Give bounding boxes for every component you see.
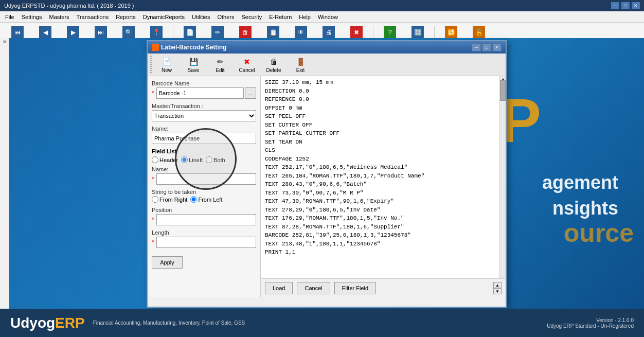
menu-masters[interactable]: Masters	[46, 13, 72, 21]
master-transaction-select[interactable]: Transaction Master	[152, 110, 256, 121]
bg-management-text: agement	[542, 172, 618, 193]
position-label: Position	[152, 207, 256, 213]
barcode-name-input[interactable]	[156, 87, 244, 99]
copy-icon: 📋	[267, 26, 279, 39]
from-right-label[interactable]: From Right	[152, 196, 187, 203]
scroll-down-arrow[interactable]: ▼	[493, 288, 502, 294]
from-left-radio[interactable]	[190, 196, 197, 203]
barcode-browse-btn[interactable]: ...	[245, 87, 256, 99]
both-radio-text: Both	[213, 157, 225, 163]
minimize-btn[interactable]: ─	[611, 2, 619, 9]
dialog-edit-btn[interactable]: ✏ Edit	[207, 55, 233, 75]
status-logo-udyog: Udyog	[10, 315, 55, 331]
dialog-new-btn[interactable]: 📄 New	[154, 55, 180, 75]
dialog-title-text: Label-Barcode Setting	[161, 44, 226, 51]
header-radio[interactable]	[152, 156, 158, 163]
menu-security[interactable]: Security	[238, 13, 265, 21]
string-radio-group: From Right From Left	[152, 196, 256, 203]
menu-help[interactable]: Help	[296, 13, 314, 21]
lineit-radio[interactable]	[181, 156, 188, 163]
dialog-exit-icon: 🚪	[295, 57, 306, 67]
menu-utilities[interactable]: Utilities	[189, 13, 213, 21]
scroll-up-btn[interactable]: ▲	[500, 76, 506, 80]
dialog-save-btn[interactable]: 💾 Save	[181, 55, 206, 75]
name2-row: *	[152, 173, 256, 185]
dialog-delete-btn[interactable]: 🗑 Delete	[261, 55, 287, 75]
master-transaction-label: Master/Transaction :	[152, 103, 256, 109]
position-row: *	[152, 214, 256, 225]
lineit-radio-label[interactable]: LineIt	[181, 156, 203, 163]
dialog-cancel-btn[interactable]: ✖ Cancel	[234, 55, 260, 75]
window-controls: ─ □ ✕	[611, 2, 640, 9]
prev-icon: ◀	[39, 26, 51, 39]
required-star-4: *	[152, 239, 154, 246]
label-barcode-dialog: Label-Barcode Setting ─ □ ✕ 📄 New 💾 Save…	[147, 40, 507, 308]
close-btn[interactable]: ✕	[632, 2, 640, 9]
barcode-name-group: Barcode Name * ...	[152, 80, 256, 99]
code-display: SIZE 37.10 mm, 15 mm DIRECTION 0.0 REFER…	[261, 76, 499, 278]
length-label: Length	[152, 229, 256, 236]
menu-transactions[interactable]: Transactions	[74, 13, 112, 21]
dialog-cancel-icon: ✖	[241, 57, 253, 67]
sidebar-icon: ≡	[2, 40, 7, 43]
status-bar: UdyogERP Financial Accounting, Manufactu…	[0, 309, 644, 337]
dialog-exit-btn[interactable]: 🚪 Exit	[288, 55, 313, 75]
length-input[interactable]	[156, 237, 256, 248]
menu-settings[interactable]: Settings	[19, 13, 45, 21]
bottom-cancel-button[interactable]: Cancel	[297, 282, 330, 294]
scroll-up-arrow[interactable]: ▲	[493, 282, 502, 288]
menu-dynamicreports[interactable]: DynamicReports	[140, 13, 188, 21]
header-radio-label[interactable]: Header	[152, 156, 178, 163]
dialog-close-btn[interactable]: ✕	[492, 43, 502, 51]
position-input[interactable]	[156, 214, 256, 225]
preview-icon: 👁	[295, 26, 307, 39]
dialog-maximize-btn[interactable]: □	[482, 43, 491, 51]
status-right-area: Version - 2.1.0.0 Udyog ERP Standard - U…	[547, 317, 634, 329]
menu-ereturn[interactable]: E-Return	[266, 13, 295, 21]
name2-input[interactable]	[156, 173, 256, 185]
maximize-btn[interactable]: □	[621, 2, 630, 9]
dialog-save-label: Save	[188, 67, 200, 73]
logout-icon: 🔓	[473, 26, 485, 39]
required-star-3: *	[152, 216, 154, 223]
first-icon: ⏮	[11, 26, 24, 39]
string-label: String to be taken	[152, 189, 256, 195]
filter-field-button[interactable]: Filter Field	[334, 282, 376, 294]
code-container: SIZE 37.10 mm, 15 mm DIRECTION 0.0 REFER…	[261, 76, 506, 278]
name2-group: Name: *	[152, 166, 256, 185]
dialog-title-bar: Label-Barcode Setting ─ □ ✕	[148, 41, 506, 54]
status-subtitle: Financial Accounting, Manufacturing, Inv…	[93, 320, 245, 326]
delete-icon: 🗑	[239, 26, 252, 39]
dialog-cancel-label: Cancel	[239, 67, 255, 73]
print-icon: 🖨	[323, 26, 335, 39]
both-radio[interactable]	[206, 156, 212, 163]
dialog-title-left: Label-Barcode Setting	[152, 44, 226, 51]
from-right-radio[interactable]	[152, 196, 158, 203]
menu-bar: File Settings Masters Transactions Repor…	[0, 11, 644, 23]
menu-file[interactable]: File	[2, 13, 17, 21]
barcode-name-label: Barcode Name	[152, 80, 256, 86]
dialog-new-label: New	[162, 67, 172, 73]
load-button[interactable]: Load	[265, 282, 293, 294]
both-radio-label[interactable]: Both	[206, 156, 225, 163]
menu-window[interactable]: Window	[315, 13, 341, 21]
name-input[interactable]	[152, 133, 256, 144]
apply-button[interactable]: Apply	[152, 256, 183, 269]
header-radio-text: Header	[159, 157, 178, 163]
dialog-save-icon: 💾	[188, 57, 199, 67]
dialog-delete-label: Delete	[266, 67, 281, 73]
menu-others[interactable]: Others	[214, 13, 237, 21]
from-left-text: From Left	[198, 197, 222, 203]
scrollbar-track[interactable]: ▲	[499, 76, 506, 278]
app-title: Udyog ERPSTD - udyog pharma ltd. ( 2018 …	[4, 3, 134, 9]
required-star-2: *	[152, 175, 154, 183]
scrollbar-thumb[interactable]	[500, 80, 506, 101]
dialog-edit-label: Edit	[216, 67, 224, 73]
from-right-text: From Right	[159, 197, 187, 203]
status-logo-erp: ERP	[55, 315, 85, 331]
menu-reports[interactable]: Reports	[113, 13, 139, 21]
dialog-minimize-btn[interactable]: ─	[472, 43, 481, 51]
both-radio-container: Both	[206, 156, 225, 163]
next-icon: ▶	[67, 26, 79, 39]
from-left-label[interactable]: From Left	[190, 196, 222, 203]
